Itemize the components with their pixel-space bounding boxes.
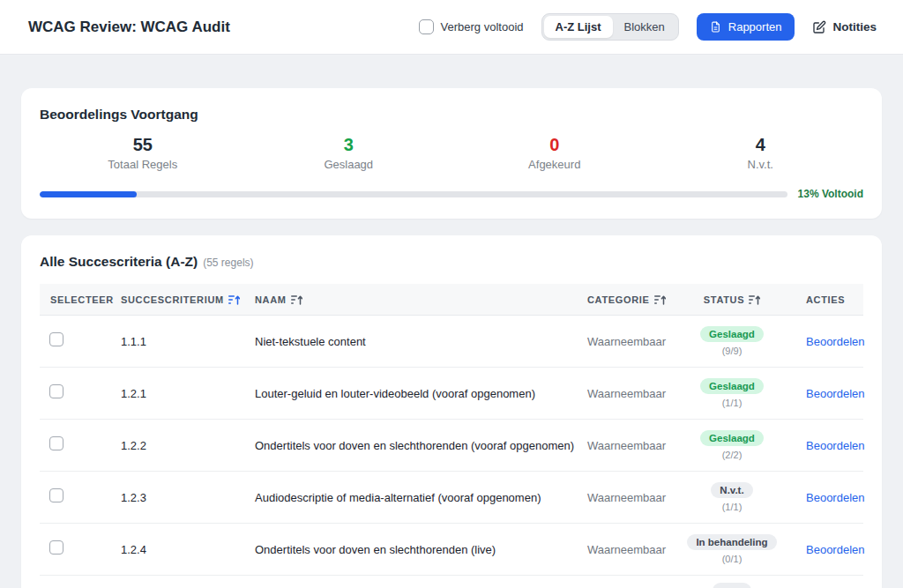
view-toggle-list[interactable]: A-Z Lijst: [544, 16, 613, 38]
pencil-square-icon: [812, 20, 826, 34]
row-category: Waarneembaar: [587, 387, 675, 400]
row-name: Ondertitels voor doven en slechthorenden…: [255, 439, 587, 452]
row-status-cell: Geslaagd (9/9): [675, 326, 789, 356]
row-criterion: 1.1.1: [121, 335, 255, 348]
row-checkbox[interactable]: [49, 488, 63, 502]
stat-na-label: N.v.t.: [658, 158, 864, 171]
progress-stats: 55 Totaal Regels 3 Geslaagd 0 Afgekeurd …: [40, 135, 863, 171]
row-actions-cell: Beoordelen: [789, 385, 872, 401]
row-status-cell: Geslaagd (1/1): [675, 378, 789, 408]
hide-completed-checkbox[interactable]: [419, 19, 434, 34]
table-row: 1.2.2 Ondertitels voor doven en slechtho…: [40, 420, 863, 472]
row-actions-cell: Beoordelen: [789, 489, 872, 505]
stat-failed-value: 0: [452, 135, 658, 155]
row-checkbox[interactable]: [49, 384, 63, 398]
row-select-cell: [40, 540, 121, 558]
table-row: 1.2.4 Ondertitels voor doven en slechtho…: [40, 524, 863, 576]
reports-button-label: Rapporten: [728, 20, 782, 33]
stat-passed-label: Geslaagd: [246, 158, 452, 171]
row-category: Waarneembaar: [587, 335, 675, 348]
stat-total-label: Totaal Regels: [40, 158, 246, 171]
notes-button[interactable]: Notities: [812, 20, 877, 34]
sort-icon-active[interactable]: [228, 294, 240, 305]
criteria-card: Alle Succescriteria (A-Z) (55 regels) SE…: [21, 235, 882, 588]
row-select-cell: [40, 384, 121, 402]
row-name: Niet-tekstuele content: [255, 335, 587, 348]
table-header: SELECTEER SUCCESCRITERIUM NAAM: [40, 284, 863, 316]
row-select-cell: [40, 488, 121, 506]
stat-na: 4 N.v.t.: [658, 135, 864, 171]
row-category: Waarneembaar: [587, 439, 675, 452]
notes-button-label: Notities: [832, 20, 877, 33]
sort-icon[interactable]: [749, 294, 760, 305]
review-link[interactable]: Beoordelen: [806, 439, 865, 452]
table-row: 1.2.1 Louter-geluid en louter-videobeeld…: [40, 368, 863, 420]
row-select-cell: [40, 436, 121, 454]
status-badge: Geslaagd: [700, 430, 764, 446]
view-toggle-blocks[interactable]: Blokken: [613, 16, 676, 38]
row-status-cell: N.v.t. (1/1): [675, 482, 789, 512]
reports-button[interactable]: Rapporten: [697, 13, 795, 41]
row-select-cell: [40, 332, 121, 350]
stat-total-value: 55: [40, 135, 246, 155]
document-icon: [710, 20, 721, 33]
status-badge: [713, 583, 751, 588]
view-toggle: A-Z Lijst Blokken: [541, 13, 679, 41]
stat-passed: 3 Geslaagd: [246, 135, 452, 171]
progress-track: [40, 191, 787, 197]
stat-passed-value: 3: [246, 135, 452, 155]
column-header-select[interactable]: SELECTEER: [40, 294, 121, 305]
stat-failed: 0 Afgekeurd: [452, 135, 658, 171]
table-row: 1.1.1 Niet-tekstuele content Waarneembaa…: [40, 316, 863, 368]
sort-icon[interactable]: [654, 294, 666, 305]
row-name: Audiodescriptie of media-alternatief (vo…: [255, 491, 587, 504]
column-header-actions: ACTIES: [789, 294, 872, 305]
status-count: (9/9): [722, 346, 743, 356]
page-title: WCAG Review: WCAG Audit: [28, 19, 230, 36]
row-name: Ondertitels voor doven en slechthorenden…: [255, 543, 587, 556]
progress-percent-label: 13% Voltooid: [798, 188, 863, 200]
topbar-controls: Verberg voltooid A-Z Lijst Blokken Rappo…: [419, 13, 877, 41]
table-body: 1.1.1 Niet-tekstuele content Waarneembaa…: [40, 316, 863, 576]
status-badge: Geslaagd: [700, 326, 764, 342]
review-link[interactable]: Beoordelen: [806, 543, 865, 556]
stat-na-value: 4: [658, 135, 864, 155]
review-link[interactable]: Beoordelen: [806, 491, 865, 504]
row-actions-cell: Beoordelen: [789, 541, 872, 557]
topbar: WCAG Review: WCAG Audit Verberg voltooid…: [0, 0, 903, 55]
status-badge: Geslaagd: [700, 378, 764, 394]
status-count: (1/1): [722, 502, 743, 512]
status-count: (1/1): [722, 398, 743, 408]
hide-completed-label: Verberg voltooid: [441, 20, 524, 33]
progress-bar-row: 13% Voltooid: [40, 188, 863, 200]
hide-completed-toggle[interactable]: Verberg voltooid: [419, 19, 524, 34]
main-content: Beoordelings Voortgang 55 Totaal Regels …: [0, 55, 903, 588]
row-actions-cell: Beoordelen: [789, 333, 872, 349]
status-count: (2/2): [722, 450, 743, 460]
criteria-card-title-row: Alle Succescriteria (A-Z) (55 regels): [40, 254, 863, 270]
row-checkbox[interactable]: [49, 540, 63, 555]
review-link[interactable]: Beoordelen: [806, 335, 865, 348]
column-header-status[interactable]: STATUS: [675, 294, 789, 305]
progress-card-title: Beoordelings Voortgang: [40, 107, 863, 123]
row-checkbox[interactable]: [49, 332, 63, 346]
row-checkbox[interactable]: [49, 436, 63, 450]
progress-card: Beoordelings Voortgang 55 Totaal Regels …: [21, 88, 882, 219]
row-category: Waarneembaar: [587, 543, 675, 556]
column-header-category[interactable]: CATEGORIE: [587, 294, 675, 305]
column-header-name[interactable]: NAAM: [255, 294, 587, 305]
status-badge: In behandeling: [687, 534, 776, 550]
sort-icon[interactable]: [291, 294, 302, 305]
row-criterion: 1.2.4: [121, 543, 255, 556]
status-count: (0/1): [722, 554, 743, 564]
status-badge: N.v.t.: [711, 482, 752, 498]
row-criterion: 1.2.3: [121, 491, 255, 504]
row-name: Louter-geluid en louter-videobeeld (voor…: [255, 387, 587, 400]
criteria-card-title: Alle Succescriteria (A-Z): [40, 254, 198, 270]
progress-fill: [40, 191, 137, 197]
row-status-cell: Geslaagd (2/2): [675, 430, 789, 460]
table-row-partial: [40, 576, 863, 588]
criteria-count: (55 regels): [203, 257, 253, 269]
column-header-criterion[interactable]: SUCCESCRITERIUM: [121, 294, 255, 305]
review-link[interactable]: Beoordelen: [806, 387, 865, 400]
